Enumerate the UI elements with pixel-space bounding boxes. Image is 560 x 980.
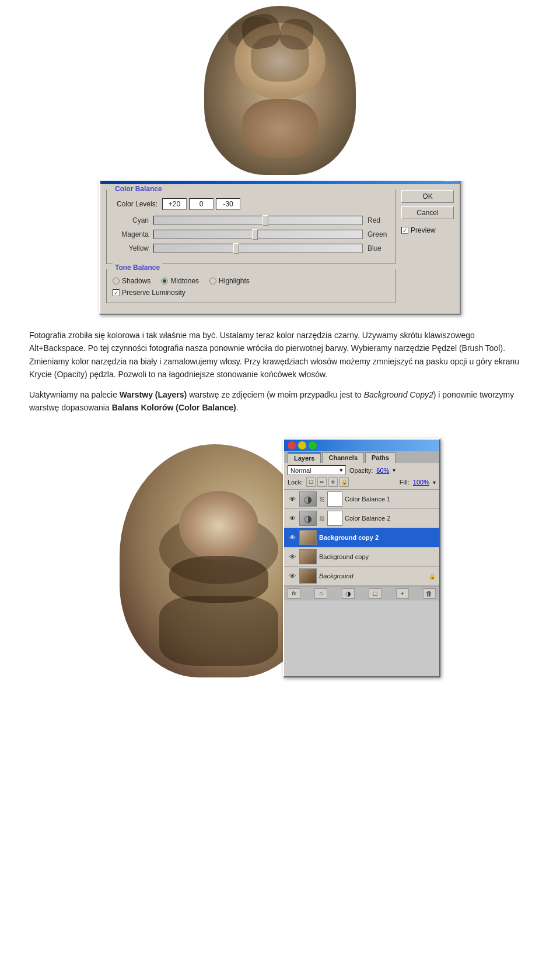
magenta-label: Magenta [113,230,153,238]
layer-thumb-photo-copy [300,550,316,564]
portrait-top-image [204,6,356,175]
midtones-label: Midtones [170,277,199,285]
layers-list: 👁 ◑ ⛓ Color Balance 1 👁 ◑ ⛓ Color Balanc… [284,490,439,586]
layer-thumb-background [299,568,317,584]
layer-delete-btn[interactable]: 🗑 [423,588,436,599]
layer-new-btn[interactable]: + [396,588,409,599]
layer-eye-background[interactable]: 👁 [288,571,297,581]
fill-value[interactable]: 100% [413,479,429,486]
bottom-area: Layers Channels Paths Normal ▾ Opacity: … [0,433,560,695]
level-input-1[interactable]: +20 [162,198,187,210]
cyan-label: Cyan [113,216,153,224]
layer-item-bg-copy-2[interactable]: 👁 Background copy 2 [284,528,439,547]
magenta-green-thumb[interactable] [252,229,258,240]
blend-mode-value: Normal [290,467,311,474]
level-input-2[interactable]: 0 [189,198,214,210]
yellow-blue-slider[interactable] [153,244,363,253]
dialog-right-section: OK Cancel ✓ Preview [401,190,454,308]
tab-layers[interactable]: Layers [288,452,321,463]
dialog-wrapper: Color Balance ✕ Color Balance Color Leve… [0,169,560,315]
blend-mode-select[interactable]: Normal ▾ [288,465,346,475]
layer-name-background: Background [319,572,426,579]
dialog-left-section: Color Balance Color Levels: +20 0 -30 Cy… [106,190,396,308]
layers-palette: Layers Channels Paths Normal ▾ Opacity: … [283,438,440,677]
layer-item-color-balance-1[interactable]: 👁 ◑ ⛓ Color Balance 1 [284,490,439,509]
layer-eye-color-balance-1[interactable]: 👁 [288,494,297,504]
blue-label: Blue [363,244,389,252]
layer-mask-color-balance-1 [327,491,342,507]
tab-paths[interactable]: Paths [365,452,396,463]
red-label: Red [363,216,389,224]
layer-mask-btn[interactable]: ○ [314,588,327,599]
layer-eye-bg-copy[interactable]: 👁 [288,552,297,561]
layer-mask-color-balance-2 [327,511,342,526]
opacity-value[interactable]: 60% [376,467,389,474]
cyan-red-thumb[interactable] [262,215,268,226]
layer-eye-bg-copy-2[interactable]: 👁 [288,533,297,542]
maximize-dot[interactable] [309,441,317,449]
yellow-blue-slider-row: Yellow Blue [113,244,389,253]
layer-thumb-bg-copy-2 [299,530,317,545]
layers-bottom-bar: fx ○ ◑ □ + 🗑 [284,586,439,600]
minimize-dot[interactable] [298,441,306,449]
tab-channels[interactable]: Channels [322,452,364,463]
layers-controls: Normal ▾ Opacity: 60% ▾ Lock: ☐ ✏ ✛ 🔒 Fi… [284,463,439,490]
highlights-radio[interactable]: Highlights [209,277,250,285]
preserve-luminosity-label: Preserve Luminosity [122,289,186,297]
opacity-arrow[interactable]: ▾ [393,467,396,473]
ok-button[interactable]: OK [401,190,454,203]
green-label: Green [363,230,389,238]
midtones-radio[interactable]: Midtones [161,277,199,285]
layer-name-color-balance-1: Color Balance 1 [345,496,436,503]
cyan-red-slider[interactable] [153,216,363,225]
highlights-radio-circle [209,278,216,284]
close-dot[interactable] [288,441,296,449]
highlights-label: Highlights [219,277,250,285]
fill-label: Fill: [400,479,410,486]
midtones-radio-circle [161,278,168,284]
tone-options-row: Shadows Midtones Highlights [113,277,389,285]
shadows-radio-circle [113,278,120,284]
paragraph-2: Uaktywniamy na palecie Warstwy (Layers) … [29,388,531,415]
layer-thumb-adj-icon: ◑ [300,492,316,506]
shadows-radio[interactable]: Shadows [113,277,150,285]
magenta-green-slider-row: Magenta Green [113,230,389,239]
lock-label: Lock: [288,479,303,486]
color-levels-label: Color Levels: [113,200,162,208]
lock-pixels-btn[interactable]: ☐ [306,477,316,487]
layer-name-bg-copy-2: Background copy 2 [319,534,436,541]
layer-name-color-balance-2: Color Balance 2 [345,515,436,522]
lock-all-btn[interactable]: 🔒 [340,477,349,487]
lock-position-btn[interactable]: ✛ [328,477,338,487]
layer-fx-btn[interactable]: fx [288,588,300,599]
lock-image-btn[interactable]: ✏ [317,477,327,487]
fill-arrow[interactable]: ▾ [433,479,436,486]
layers-tabs: Layers Channels Paths [284,451,439,463]
layer-thumb-photo-2 [300,531,316,545]
color-balance-group-label: Color Balance [113,185,164,193]
cyan-red-slider-row: Cyan Red [113,216,389,225]
preserve-luminosity-checkbox[interactable]: ✓ Preserve Luminosity [113,289,389,297]
background-lock-icon: 🔒 [429,573,436,579]
layer-group-btn[interactable]: □ [369,588,382,599]
preview-checkbox[interactable]: ✓ [401,227,408,234]
magenta-green-slider[interactable] [153,230,363,239]
chain-icon-1: ⛓ [319,496,325,503]
yellow-blue-thumb[interactable] [233,243,239,254]
lock-icons-group: ☐ ✏ ✛ 🔒 [306,477,349,487]
cancel-button[interactable]: Cancel [401,206,454,219]
warstwy-bold: Warstwy (Layers) [120,390,187,399]
layer-name-bg-copy: Background copy [319,553,436,560]
layer-item-bg-copy[interactable]: 👁 Background copy [284,547,439,567]
layer-item-color-balance-2[interactable]: 👁 ◑ ⛓ Color Balance 2 [284,509,439,528]
opacity-label: Opacity: [349,467,373,474]
layer-item-background[interactable]: 👁 Background 🔒 [284,567,439,586]
layer-eye-color-balance-2[interactable]: 👁 [288,514,297,523]
level-input-3[interactable]: -30 [216,198,240,210]
blend-mode-arrow: ▾ [340,466,343,474]
layer-adjustment-btn[interactable]: ◑ [342,588,355,599]
layers-titlebar [284,440,439,451]
layer-thumb-color-balance-2: ◑ [299,511,317,526]
lock-fill-row: Lock: ☐ ✏ ✛ 🔒 Fill: 100% ▾ [288,477,436,487]
color-levels-row: Color Levels: +20 0 -30 [113,198,389,210]
